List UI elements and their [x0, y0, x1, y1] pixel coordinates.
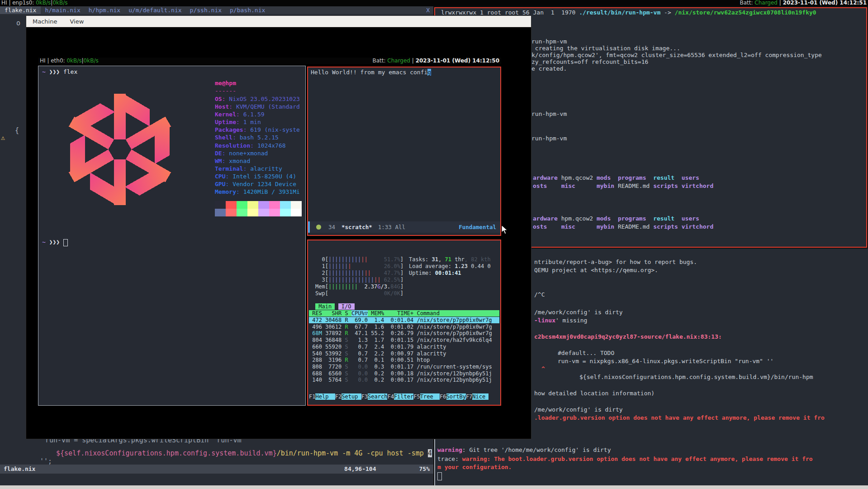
modeline-buffer-name: *scratch*: [342, 224, 372, 230]
palette-swatch: [269, 201, 280, 209]
terminal-palette-row-normal: [215, 201, 302, 209]
modeline-position: 1:33 All: [378, 224, 405, 230]
term-line: osts misc mybin README.md scripts virtch…: [533, 182, 713, 189]
term-line: Swp[ 0K/0K]: [315, 290, 403, 297]
htop-row-selected: 472 30468 R 69.0 1.4 0:01.04 /nix/store/…: [309, 317, 499, 323]
vim-scroll-percent: 75%: [419, 465, 430, 474]
desktop: HI | enp1s0: 0kB/s|0kB/s Batt: Charged |…: [0, 0, 868, 489]
menu-view[interactable]: View: [70, 18, 84, 25]
term-line: DE: none+xmonad: [215, 150, 268, 157]
term-line: k/config/hpm.qcow2', fmt=qcow2 cluster_s…: [531, 52, 822, 58]
vm-status-bar: HI | eth0: 0kB/s|0kB/s Batt: Charged | 2…: [38, 58, 501, 64]
term-line: ⚠: [1, 134, 5, 142]
term-line: /me/work/config' is dirty: [534, 406, 623, 413]
term-line: creating the virtualisation disk image..…: [531, 45, 680, 52]
term-line: -linux' missing: [534, 317, 587, 324]
palette-swatch: [291, 209, 302, 216]
term-line: Host: KVM/QEMU (Standard: [215, 103, 300, 110]
term-line: 2[||||||||||||| 47.7%]: [315, 270, 403, 276]
term-line: me@hpm: [215, 80, 236, 86]
term-line: 140 5764 S 0.0 0.2 0:00.17 /nix/store/12…: [309, 377, 492, 383]
modeline-line-count: 34: [328, 224, 335, 230]
term-line: /^C: [534, 291, 545, 298]
term-line: run-hpm-vm: [531, 110, 567, 117]
term-line: {: [15, 126, 19, 134]
term-line: 496 30612 R 67.7 1.6 0:01.02 /nix/store/…: [309, 324, 492, 330]
vm-net-status: HI | eth0: 0kB/s|0kB/s: [40, 58, 99, 64]
htop-window[interactable]: 0[|||||||||||| 51.7%] 1[||||||| 26.0%] 2…: [307, 240, 501, 406]
modeline-accent-bar: [308, 221, 310, 233]
palette-swatch: [280, 209, 291, 216]
term-line: ~ ❯❯❯ flex: [42, 68, 77, 75]
term-line: Mem[||||||||| 2.37G/3.84G]: [315, 283, 403, 290]
term-line: Uptime: 00:01:41: [409, 270, 461, 276]
term-line: Resolution: 1024x768: [215, 142, 286, 149]
term-line: .loader.grub.version option does not hav…: [534, 414, 825, 421]
neofetch-output: ~ ❯❯❯ flexme@hpm------OS: NixOS 23.05.20…: [38, 66, 305, 405]
term-line: Packages: 619 (nix-syste: [215, 126, 300, 133]
term-line: ${self.nixosConfigurations.hpm.config.sy…: [56, 449, 432, 457]
palette-swatch: [280, 201, 291, 209]
palette-swatch: [237, 209, 247, 216]
host-status-bar: HI | enp1s0: 0kB/s|0kB/s Batt: Charged |…: [0, 0, 868, 6]
term-line: Shell: bash 5.2.15: [215, 134, 279, 141]
modeline-status-dot-icon: [316, 225, 321, 230]
term-line: o: [16, 19, 20, 27]
palette-swatch: [237, 201, 247, 209]
term-line: e created.: [531, 65, 567, 72]
qemu-vm-window: Machine View HI | eth0: 0kB/s|0kB/s Batt…: [26, 15, 531, 439]
vim-cursor-position: 84,96-104: [344, 465, 376, 474]
term-line: Load average: 1.23 0.44 0: [409, 263, 491, 269]
term-line: 68M 37892 R 47.1 55.2 0:26.79 /nix/store…: [309, 330, 492, 336]
htop-table-header: RES SHR S CPU%▽ MEM% TIME+ Command: [309, 310, 499, 316]
term-line: ardware hpm.qcow2 mods programs result u…: [533, 174, 699, 181]
palette-swatch: [247, 209, 258, 216]
term-line: ------: [215, 87, 236, 94]
term-line: #default... TODO: [558, 350, 614, 356]
term-line: Kernel: 6.1.59: [215, 111, 265, 118]
term-line: 808 7720 S 0.0 0.3 0:01.17 /run/current-…: [309, 364, 492, 370]
term-line: 3[|||||||||||||||| 62.5%]: [315, 277, 403, 283]
term-line: 1[||||||| 26.0%]: [315, 263, 403, 269]
htop-fkey-bar[interactable]: F1Help F2Setup F3SearchF4FilterF5Tree F6…: [309, 393, 489, 400]
term-line: Memory: 1420MiB / 3931Mi: [215, 188, 300, 195]
emacs-modeline: 34 *scratch* 1:33 All Fundamental: [308, 221, 500, 233]
term-line: ^: [541, 365, 545, 372]
palette-swatch: [269, 209, 280, 216]
palette-swatch: [258, 209, 269, 216]
term-line: QEMU project at <https://qemu.org>.: [534, 267, 658, 273]
term-line: how detailed location information): [534, 390, 655, 397]
term-line: ${self.nixosConfigurations.hpm.config.sy…: [579, 374, 813, 380]
menu-machine[interactable]: Machine: [33, 18, 57, 25]
term-line: run-hpm-vm: [531, 38, 567, 45]
term-line: WM: xmonad: [215, 158, 250, 164]
emacs-cursor: g: [427, 69, 431, 76]
modeline-major-mode: Fundamental: [459, 224, 496, 230]
emacs-buffer-text: Hello World!! from my emacs config: [311, 69, 431, 76]
term-line: warning: Git tree '/home/me/work/config'…: [437, 446, 611, 453]
term-line: 660 55920 S 0.7 2.4 0:01.79 alacritty: [309, 344, 446, 350]
term-line: 804 36848 S 1.3 1.7 0:01.15 /nix/store/h…: [309, 337, 492, 343]
term-line: 688 6560 S 0.0 0.2 0:00.18 /nix/store/12…: [309, 370, 492, 377]
term-line: OS: NixOS 23.05.20231023: [215, 96, 300, 102]
term-line: Uptime: 1 min: [215, 119, 261, 125]
palette-swatch: [291, 201, 302, 209]
bottom-dock-strip: [0, 485, 868, 489]
terminal-cursor: [437, 472, 442, 480]
vm-batt-clock: Batt: Charged | 2023-11-01 (Wed) 14:12:5…: [372, 58, 499, 64]
term-line: ntribute/report-a-bug> for how to report…: [534, 259, 697, 265]
term-line: 0[|||||||||||| 51.7%]: [315, 256, 403, 263]
term-line: run-hpm-vm: [531, 135, 567, 142]
palette-swatch: [226, 209, 237, 216]
term-line: GPU: Vendor 1234 Device: [215, 181, 296, 187]
term-line: trace: warning: The boot.loader.grub.ver…: [437, 455, 813, 462]
htop-tabs[interactable]: Main I/O: [315, 303, 355, 310]
vim-statusline-file: flake.nix: [4, 465, 35, 474]
term-line: lrwxrwxrwx 1 root root 56 Jan 1 1970 ./r…: [441, 9, 816, 16]
host-batt-clock: Batt: Charged | 2023-11-01 (Wed) 14:12:5…: [740, 0, 867, 6]
alacritty-neofetch-window[interactable]: ~ ❯❯❯ flexme@hpm------OS: NixOS 23.05.20…: [38, 66, 306, 406]
emacs-window[interactable]: Hello World!! from my emacs config 34 *s…: [307, 67, 501, 236]
term-line: 288 3196 R 0.7 0.1 0:00.51 htop: [309, 357, 430, 363]
term-line: ardware hpm.qcow2 mods programs result u…: [533, 215, 699, 222]
vm-framebuffer: HI | eth0: 0kB/s|0kB/s Batt: Charged | 2…: [38, 58, 501, 405]
